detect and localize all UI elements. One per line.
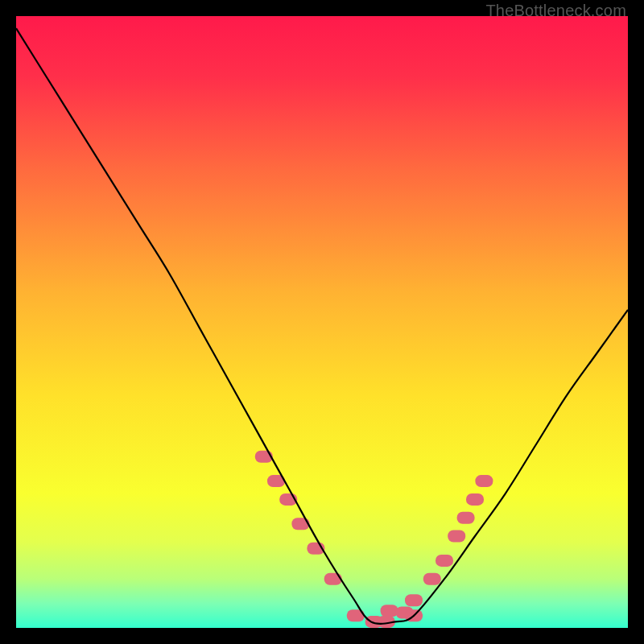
curve-marker [466, 493, 484, 506]
curve-marker [448, 530, 465, 543]
chart-frame: TheBottleneck.com [0, 0, 644, 644]
curve-marker [436, 555, 453, 567]
curve-marker [475, 475, 493, 487]
curve-marker [324, 573, 342, 585]
curve-marker [457, 512, 475, 524]
curve-marker [405, 594, 423, 606]
bottleneck-curve [16, 28, 628, 624]
marker-layer [255, 451, 493, 628]
curve-marker [423, 573, 441, 585]
chart-svg [16, 16, 628, 628]
plot-area [16, 16, 628, 628]
watermark-label: TheBottleneck.com [485, 2, 626, 20]
curve-marker [381, 605, 398, 617]
